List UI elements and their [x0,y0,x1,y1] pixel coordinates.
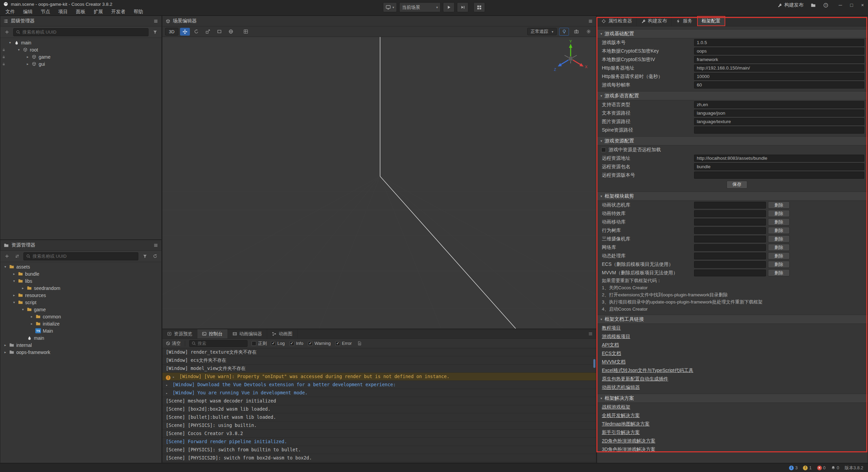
doc-link[interactable]: 战棋游戏框架 [602,404,630,410]
move-tool-button[interactable] [180,28,190,36]
field-input[interactable]: http://192.168.0.150/main/ [694,64,864,72]
section-header[interactable]: ▾游戏基础配置 [597,29,868,38]
scene-settings-button[interactable] [584,28,593,36]
menu-item[interactable]: 扩展 [90,9,107,15]
lock-icon[interactable] [0,48,7,52]
tree-expand-arrow[interactable]: ▸ [29,315,35,318]
delete-module-button[interactable]: 删除 [768,218,790,225]
menu-item[interactable]: 开发者 [107,9,130,15]
tree-expand-arrow[interactable]: ▸ [20,286,26,290]
step-button[interactable] [457,2,469,12]
sort-assets-button[interactable] [13,253,21,260]
hierarchy-filter-button[interactable] [151,28,159,36]
tree-expand-arrow[interactable]: ▸ [25,62,31,66]
tree-row[interactable]: ▾main [0,39,161,46]
module-path-input[interactable] [694,227,766,234]
delete-module-button[interactable]: 删除 [768,261,790,268]
panel-menu-icon[interactable] [154,19,158,23]
tree-row[interactable]: ▾assets [0,263,161,270]
doc-link[interactable]: 3D角色扮演游戏解决方案 [602,447,655,453]
log-row[interactable]: [Scene] [PHYSICS]: using builtin. [162,421,596,430]
filter-checkbox[interactable]: ✓ [271,341,276,346]
section-header[interactable]: ▾框架解决方案 [597,394,868,403]
lock-icon[interactable] [0,55,7,59]
field-input[interactable]: bundle [694,163,864,170]
panel-menu-icon[interactable] [154,243,158,248]
log-row[interactable]: [Scene] [box2d]:box2d wasm lib loaded. [162,405,596,413]
menu-item[interactable]: 编辑 [19,9,37,15]
log-row[interactable]: [Window] model_view文件夹不存在 [162,365,596,373]
tree-row[interactable]: ▾game [0,306,161,313]
delete-module-button[interactable]: 删除 [768,252,790,259]
log-row[interactable]: [Scene] [bullet]:bullet wasm lib loaded. [162,413,596,421]
console-search[interactable] [189,340,248,347]
module-path-input[interactable] [694,210,766,217]
doc-link[interactable]: 2D角色扮演游戏解决方案 [602,438,655,444]
scene-viewport[interactable]: Y X Z [162,37,596,329]
tree-row[interactable]: ▸game [0,53,161,60]
field-input[interactable] [694,172,864,179]
tree-expand-arrow[interactable]: ▸ [11,272,17,276]
notification-counter[interactable]: 0 [831,465,839,470]
field-input[interactable]: language/texture [694,118,864,125]
doc-link[interactable]: 新手引导解决方案 [602,430,640,436]
delete-module-button[interactable]: 删除 [768,235,790,242]
hierarchy-search[interactable] [13,28,149,36]
lock-icon[interactable] [0,62,7,66]
doc-link[interactable]: Excel格式转Json文件与TypeScript代码工具 [602,368,693,374]
remote-load-checkbox-row[interactable]: 游戏中资源是否远程加载 [597,145,868,154]
console-tab[interactable]: 控制台 [197,329,228,338]
tree-expand-arrow[interactable]: ▸ [25,55,31,59]
tree-expand-arrow[interactable]: ▸ [2,343,8,347]
expand-arrow-icon[interactable]: ▸ [166,389,171,397]
build-publish-button[interactable]: 构建发布 [777,2,803,8]
menu-item[interactable]: 项目 [54,9,72,15]
open-preview-window-button[interactable] [474,2,485,12]
tree-row[interactable]: ▾libs [0,277,161,284]
module-path-input[interactable] [694,244,766,251]
axis-gizmo[interactable]: Y X Z [552,40,590,78]
view-mode-button[interactable]: 3D [165,28,178,36]
scene-light-toggle[interactable] [559,28,569,36]
console-tab[interactable]: 动画编辑器 [228,329,268,338]
preview-scene-select[interactable]: 当前场景 ▾ [399,2,441,12]
tree-row[interactable]: ▸bundle [0,270,161,277]
section-header[interactable]: ▾游戏多语言配置 [597,91,868,100]
tree-row[interactable]: ▾script [0,299,161,306]
field-input[interactable]: language/json [694,110,864,117]
tree-expand-arrow[interactable]: ▾ [20,308,26,311]
log-row[interactable]: [Scene] meshopt wasm decoder initialized [162,397,596,405]
menu-item[interactable]: 面板 [72,9,90,15]
module-path-input[interactable] [694,219,766,225]
field-input[interactable]: framework [694,56,864,63]
module-path-input[interactable] [694,253,766,259]
inspector-tab[interactable]: 属性检查器 [597,16,637,26]
tree-row[interactable]: ▸seedrandom [0,284,161,292]
console-tab[interactable]: 动画图 [267,329,298,338]
doc-link[interactable]: Tiledmap地图解决方案 [602,421,650,427]
delete-module-button[interactable]: 删除 [768,244,790,251]
filter-info-checkbox-group[interactable]: ✓Info [290,341,303,346]
filter-checkbox[interactable]: ✓ [335,341,340,346]
doc-link[interactable]: ECS文档 [602,351,621,357]
log-row[interactable]: [Scene] Forward render pipeline initiali… [162,438,596,446]
console-log-area[interactable]: [Window] render_texture文件夹不存在[Window] ec… [162,348,596,463]
log-row[interactable]: [Scene] Cocos Creator v3.8.2 [162,430,596,438]
console-scrollbar-thumb[interactable] [593,359,595,368]
module-path-input[interactable] [694,236,766,242]
filter-checkbox[interactable]: ✓ [308,341,313,346]
log-row[interactable]: [Window] ecs文件夹不存在 [162,356,596,365]
scale-tool-button[interactable] [203,28,213,36]
panel-menu-icon[interactable] [585,329,596,338]
inspector-tab[interactable]: 服务 [672,16,697,26]
regex-checkbox[interactable] [252,341,256,346]
create-node-button[interactable] [3,28,11,36]
remote-load-checkbox[interactable] [601,148,606,152]
console-warn-counter[interactable]: ! 1 [803,465,811,470]
save-button[interactable]: 保存 [727,181,747,189]
refresh-assets-button[interactable] [151,253,159,260]
tree-row[interactable]: ▸resources [0,292,161,299]
log-row[interactable]: [Scene] [PHYSICS2D]: switch from box2d-w… [162,454,596,462]
tree-expand-arrow[interactable]: ▸ [11,293,17,297]
expand-arrow-icon[interactable]: ▸ [166,381,171,389]
